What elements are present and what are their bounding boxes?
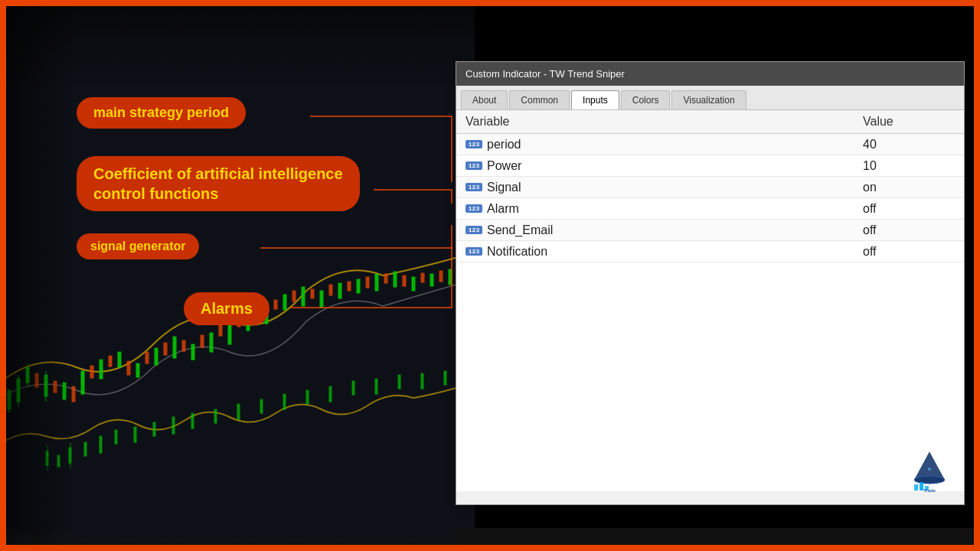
svg-rect-50 xyxy=(329,285,332,295)
svg-rect-6 xyxy=(26,367,29,383)
tradewizard-logo: Trade xyxy=(903,448,956,494)
svg-rect-67 xyxy=(191,413,194,429)
svg-rect-44 xyxy=(219,325,222,336)
svg-rect-48 xyxy=(292,291,296,302)
row-value-signal: on xyxy=(863,181,955,194)
svg-rect-38 xyxy=(109,356,112,367)
svg-rect-32 xyxy=(430,274,433,286)
tab-common[interactable]: Common xyxy=(509,90,570,109)
row-name-send-email: Send_Email xyxy=(487,223,863,237)
svg-rect-39 xyxy=(127,361,130,375)
svg-rect-3 xyxy=(17,379,20,402)
dialog-content: Variable Value 123 period 40 123 Power 1… xyxy=(456,110,964,491)
row-value-power: 10 xyxy=(863,159,955,173)
svg-rect-51 xyxy=(348,282,351,291)
svg-rect-37 xyxy=(90,366,93,378)
svg-rect-49 xyxy=(311,289,314,298)
tab-colors[interactable]: Colors xyxy=(621,90,671,109)
svg-rect-59 xyxy=(57,455,60,467)
svg-rect-27 xyxy=(338,283,341,298)
svg-rect-30 xyxy=(394,272,397,287)
row-icon-notification: 123 xyxy=(466,247,482,256)
annotation-coefficient-text: Coefficient of artificial intelligenceco… xyxy=(93,165,343,202)
row-name-alarm: Alarm xyxy=(487,202,863,216)
svg-rect-26 xyxy=(320,291,323,308)
svg-rect-20 xyxy=(210,333,213,352)
table-row[interactable]: 123 Alarm off xyxy=(456,198,964,220)
svg-rect-68 xyxy=(214,409,217,423)
svg-rect-56 xyxy=(439,271,443,282)
svg-rect-0 xyxy=(8,390,11,409)
row-name-power: Power xyxy=(487,159,863,173)
svg-rect-62 xyxy=(100,436,102,453)
annotation-coefficient: Coefficient of artificial intelligenceco… xyxy=(77,156,360,211)
svg-rect-69 xyxy=(237,404,240,419)
table-row[interactable]: 123 Power 10 xyxy=(456,155,964,177)
row-icon-power: 123 xyxy=(466,161,482,170)
svg-rect-40 xyxy=(145,352,149,364)
dialog-window: Custom Indicator - TW Trend Sniper About… xyxy=(456,61,965,505)
chart-area xyxy=(0,153,475,551)
svg-rect-78 xyxy=(444,371,446,385)
svg-rect-63 xyxy=(115,430,117,444)
svg-rect-15 xyxy=(118,352,121,367)
svg-rect-31 xyxy=(412,277,415,291)
svg-rect-77 xyxy=(421,373,423,389)
svg-rect-12 xyxy=(63,383,66,399)
row-name-signal: Signal xyxy=(487,181,863,194)
annotation-signal-text: signal generator xyxy=(90,240,185,253)
svg-marker-83 xyxy=(914,452,945,480)
dialog-titlebar: Custom Indicator - TW Trend Sniper xyxy=(456,62,964,86)
table-row[interactable]: 123 Notification off xyxy=(456,241,964,262)
svg-rect-42 xyxy=(182,341,185,351)
column-header-variable: Variable xyxy=(466,115,863,129)
svg-rect-71 xyxy=(283,394,286,409)
svg-rect-72 xyxy=(306,390,309,404)
row-icon-alarm: 123 xyxy=(466,204,482,213)
dialog-title: Custom Indicator - TW Trend Sniper xyxy=(466,68,625,80)
svg-rect-36 xyxy=(72,386,75,402)
annotation-main-strategy: main strategy period xyxy=(77,97,246,129)
row-name-period: period xyxy=(487,138,863,152)
svg-rect-13 xyxy=(81,371,84,394)
svg-rect-61 xyxy=(84,442,87,456)
svg-rect-53 xyxy=(384,274,387,283)
svg-rect-17 xyxy=(155,348,158,365)
row-value-alarm: off xyxy=(863,202,955,216)
svg-rect-76 xyxy=(398,375,400,389)
svg-rect-24 xyxy=(283,295,286,310)
svg-rect-33 xyxy=(449,269,452,285)
annotation-signal-generator: signal generator xyxy=(77,233,199,259)
svg-rect-34 xyxy=(35,373,38,387)
svg-rect-54 xyxy=(403,276,406,286)
svg-rect-18 xyxy=(173,337,176,358)
svg-rect-41 xyxy=(164,343,167,355)
tab-about[interactable]: About xyxy=(461,90,508,109)
table-row[interactable]: 123 Signal on xyxy=(456,177,964,198)
table-row[interactable]: 123 period 40 xyxy=(456,134,964,155)
svg-rect-66 xyxy=(172,417,175,434)
svg-rect-70 xyxy=(260,399,263,413)
svg-rect-47 xyxy=(274,300,277,309)
svg-rect-16 xyxy=(136,364,139,377)
tab-visualization[interactable]: Visualization xyxy=(671,90,746,109)
svg-rect-19 xyxy=(191,344,194,360)
tab-inputs[interactable]: Inputs xyxy=(571,90,619,109)
row-icon-period: 123 xyxy=(466,140,482,148)
row-value-period: 40 xyxy=(863,138,955,152)
row-icon-signal: 123 xyxy=(466,183,482,191)
svg-rect-29 xyxy=(375,274,378,291)
svg-rect-65 xyxy=(153,422,155,436)
column-header-value: Value xyxy=(863,115,955,129)
svg-rect-14 xyxy=(100,360,103,379)
table-row[interactable]: 123 Send_Email off xyxy=(456,220,964,241)
svg-rect-64 xyxy=(134,427,136,442)
svg-rect-74 xyxy=(352,381,354,395)
logo-area: Trade xyxy=(903,448,956,497)
svg-text:Trade: Trade xyxy=(923,488,936,493)
svg-rect-28 xyxy=(357,279,360,293)
table-header: Variable Value xyxy=(456,110,964,134)
svg-rect-75 xyxy=(375,379,377,394)
row-value-send-email: off xyxy=(863,223,955,237)
row-name-notification: Notification xyxy=(487,245,863,259)
